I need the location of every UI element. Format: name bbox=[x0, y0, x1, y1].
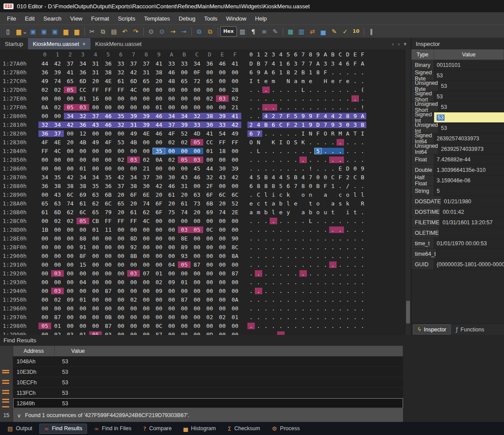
ascii-char[interactable]: 3 bbox=[322, 60, 329, 67]
hex-byte[interactable]: 00 bbox=[127, 226, 140, 233]
ascii-char[interactable]: D bbox=[344, 165, 351, 172]
ascii-char[interactable]: . bbox=[277, 226, 285, 233]
hex-byte[interactable]: 00 bbox=[115, 95, 127, 102]
hex-byte[interactable]: 35 bbox=[153, 148, 165, 154]
columns-button[interactable]: ≡ bbox=[259, 26, 270, 37]
hex-byte[interactable]: 89 bbox=[178, 244, 191, 251]
hex-byte[interactable]: 00 bbox=[165, 314, 178, 320]
hex-byte[interactable]: 42 bbox=[115, 174, 127, 181]
hex-byte[interactable]: 00 bbox=[153, 87, 165, 93]
hex-byte[interactable]: 4C bbox=[140, 218, 153, 224]
ascii-char[interactable]: 6 bbox=[247, 69, 255, 76]
hex-byte[interactable]: 34 bbox=[76, 60, 89, 67]
ascii-char[interactable]: . bbox=[247, 191, 255, 198]
hex-byte[interactable]: 00 bbox=[216, 78, 229, 84]
ascii-char[interactable]: c bbox=[337, 191, 344, 198]
ascii-char[interactable]: . bbox=[344, 95, 351, 102]
hex-byte[interactable]: 04 bbox=[76, 279, 89, 285]
hex-byte[interactable]: 46 bbox=[165, 183, 178, 189]
hex-byte[interactable]: 03 bbox=[127, 270, 140, 277]
ascii-char[interactable]: . bbox=[314, 270, 322, 277]
ascii-char[interactable]: 0 bbox=[344, 122, 351, 128]
ascii-char[interactable]: . bbox=[262, 270, 270, 277]
hex-byte[interactable]: 00 bbox=[216, 244, 229, 251]
hex-byte[interactable]: 00 bbox=[191, 104, 203, 111]
hex-byte[interactable]: 32 bbox=[115, 122, 127, 128]
ascii-char[interactable]: . bbox=[292, 296, 299, 303]
ascii-char[interactable]: 9 bbox=[351, 113, 359, 119]
hex-byte[interactable]: 34 bbox=[76, 174, 89, 181]
inspector-value[interactable]: 00:01:42 bbox=[440, 207, 504, 217]
hex-byte[interactable]: 00 bbox=[89, 288, 102, 294]
ascii-char[interactable]: 3 bbox=[292, 60, 299, 67]
hex-byte[interactable]: 00 bbox=[140, 331, 153, 335]
ascii-char[interactable]: b bbox=[277, 200, 285, 207]
ascii-char[interactable]: b bbox=[262, 209, 270, 216]
hex-byte[interactable]: 00 bbox=[153, 235, 165, 242]
hex-byte[interactable]: 46 bbox=[165, 69, 178, 76]
ascii-char[interactable]: . bbox=[285, 253, 292, 259]
ascii-char[interactable]: . bbox=[292, 323, 299, 329]
ascii-char[interactable]: . bbox=[292, 218, 299, 224]
ascii-char[interactable]: 9 bbox=[329, 122, 337, 128]
hex-byte[interactable]: 43 bbox=[178, 174, 191, 181]
hex-byte[interactable]: 4E bbox=[140, 130, 153, 137]
ascii-char[interactable]: I bbox=[299, 130, 307, 137]
ascii-char[interactable]: . bbox=[344, 104, 351, 111]
hex-byte[interactable]: 05 bbox=[191, 139, 203, 146]
hex-byte[interactable]: 00 bbox=[191, 235, 203, 242]
hex-byte[interactable]: 41 bbox=[64, 69, 76, 76]
hex-byte[interactable]: 37 bbox=[64, 60, 76, 67]
hex-byte[interactable]: 46 bbox=[216, 60, 229, 67]
ascii-char[interactable]: . bbox=[322, 253, 329, 259]
ascii-char[interactable]: . bbox=[247, 165, 255, 172]
hex-byte[interactable]: 02 bbox=[203, 95, 216, 102]
ascii-char[interactable]: . bbox=[307, 244, 314, 251]
hex-byte[interactable]: 87 bbox=[51, 314, 64, 320]
hex-byte[interactable]: 30 bbox=[203, 122, 216, 128]
ascii-char[interactable]: . bbox=[285, 165, 292, 172]
ascii-char[interactable]: 3 bbox=[337, 122, 344, 128]
ascii-char[interactable]: r bbox=[337, 78, 344, 84]
inspector-row[interactable]: Unsigned Int6426392574033973 bbox=[411, 144, 504, 154]
ascii-char[interactable]: . bbox=[359, 288, 366, 294]
hex-byte[interactable]: 00 bbox=[165, 331, 178, 335]
hex-byte[interactable]: 44 bbox=[38, 60, 51, 67]
hex-byte[interactable]: 00 bbox=[203, 104, 216, 111]
hex-byte[interactable]: 33 bbox=[178, 60, 191, 67]
ascii-char[interactable]: . bbox=[314, 261, 322, 268]
hex-byte[interactable]: 16 bbox=[89, 95, 102, 102]
hex-byte[interactable]: 00 bbox=[89, 165, 102, 172]
inspector-row[interactable]: Signed Int6426392574033973 bbox=[411, 133, 504, 144]
hex-byte[interactable]: 69 bbox=[76, 191, 89, 198]
ascii-char[interactable]: . bbox=[314, 296, 322, 303]
ascii-char[interactable]: 4 bbox=[255, 122, 262, 128]
ascii-char[interactable]: . bbox=[270, 314, 277, 320]
ascii-char[interactable]: . bbox=[337, 314, 344, 320]
hex-byte[interactable]: 00 bbox=[140, 314, 153, 320]
hex-byte[interactable]: 00 bbox=[153, 314, 165, 320]
tab-list-icon[interactable]: ▾ bbox=[403, 41, 407, 47]
ascii-char[interactable]: 4 bbox=[337, 60, 344, 67]
ascii-char[interactable]: . bbox=[247, 331, 255, 335]
hex-byte[interactable]: 32 bbox=[203, 174, 216, 181]
hex-byte[interactable]: 02 bbox=[115, 157, 127, 163]
tab-startup[interactable]: Startup bbox=[0, 38, 28, 49]
ascii-char[interactable]: . bbox=[337, 95, 344, 102]
hex-byte[interactable]: 6D bbox=[51, 209, 64, 216]
ascii-char[interactable]: . bbox=[285, 305, 292, 312]
ascii-char[interactable]: 2 bbox=[344, 174, 351, 181]
inspector-row[interactable]: Signed Int53 bbox=[411, 112, 504, 123]
menu-item-debug[interactable]: Debug bbox=[174, 13, 200, 24]
hex-byte[interactable]: 6F bbox=[203, 191, 216, 198]
ascii-char[interactable]: R bbox=[329, 130, 337, 137]
ascii-char[interactable]: . bbox=[337, 139, 344, 146]
ascii-char[interactable]: B bbox=[314, 183, 322, 189]
ascii-char[interactable]: t bbox=[351, 209, 359, 216]
hex-byte[interactable]: 02 bbox=[51, 218, 64, 224]
hex-byte[interactable]: 41 bbox=[153, 60, 165, 67]
hex-byte[interactable]: 00 bbox=[140, 288, 153, 294]
hex-byte[interactable]: 46 bbox=[153, 113, 165, 119]
hex-byte[interactable]: 00 bbox=[89, 296, 102, 303]
hex-byte[interactable]: 33 bbox=[216, 122, 229, 128]
